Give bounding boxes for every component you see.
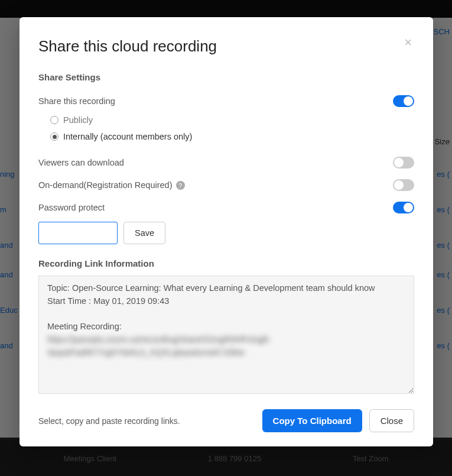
recording-link-text: Topic: Open-Source Learning: What every … <box>47 283 375 331</box>
footer-hint: Select, copy and paste recording links. <box>38 416 180 426</box>
share-settings-heading: Share Settings <box>38 72 414 82</box>
recording-link-info-heading: Recording Link Information <box>38 258 414 268</box>
close-icon[interactable]: × <box>402 34 414 51</box>
radio-icon <box>50 132 58 141</box>
radio-icon <box>50 116 58 124</box>
share-publicly-radio[interactable]: Publicly <box>50 115 414 125</box>
share-internally-label: Internally (account members only) <box>63 132 192 141</box>
share-recording-modal: Share this cloud recording × Share Setti… <box>19 17 433 446</box>
password-input[interactable] <box>38 222 118 244</box>
share-this-recording-label: Share this recording <box>38 96 115 106</box>
viewers-download-label: Viewers can download <box>38 158 124 167</box>
save-password-button[interactable]: Save <box>123 222 165 244</box>
recording-url-obscured-1: https://panopto.zoom.us/recording/share/… <box>47 335 271 344</box>
recording-link-textarea[interactable]: Topic: Open-Source Learning: What every … <box>38 276 414 394</box>
share-internally-radio[interactable]: Internally (account members only) <box>50 132 414 141</box>
share-this-recording-toggle[interactable] <box>393 95 414 107</box>
recording-url-obscured-2: 3aqukFai9R77rg0Y5ehL0_XQXLqbaselumeK7zlM… <box>47 348 245 357</box>
copy-to-clipboard-button[interactable]: Copy To Clipboard <box>262 409 362 432</box>
close-button[interactable]: Close <box>369 409 414 432</box>
share-publicly-label: Publicly <box>63 115 93 125</box>
help-icon[interactable]: ? <box>176 181 185 190</box>
modal-title: Share this cloud recording <box>38 37 217 56</box>
on-demand-toggle[interactable] <box>393 179 414 191</box>
password-protect-label: Password protect <box>38 203 105 212</box>
password-protect-toggle[interactable] <box>393 202 414 213</box>
viewers-download-toggle[interactable] <box>393 157 414 169</box>
on-demand-label: On-demand(Registration Required) ? <box>38 180 185 190</box>
